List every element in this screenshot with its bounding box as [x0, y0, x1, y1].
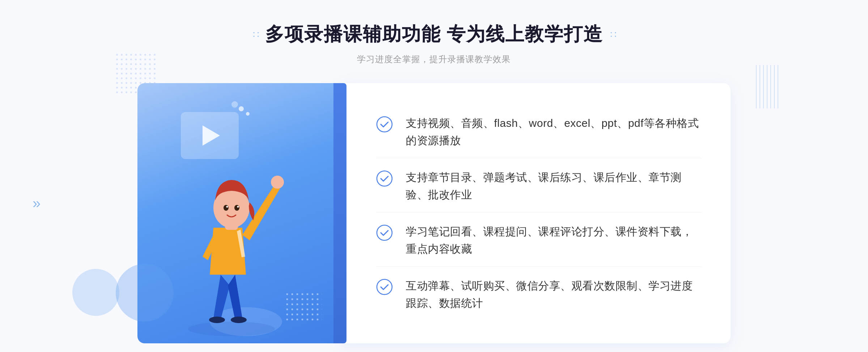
svg-point-14 — [377, 171, 392, 186]
svg-point-12 — [237, 206, 239, 208]
svg-rect-22 — [756, 65, 781, 108]
svg-point-3 — [209, 317, 225, 323]
svg-rect-6 — [276, 176, 279, 184]
deco-dots-right: ∷ — [610, 29, 615, 40]
stripe-rect-deco — [756, 65, 781, 108]
page-title: 多项录播课辅助功能 专为线上教学打造 — [265, 22, 603, 47]
sparkle-1 — [239, 106, 244, 111]
svg-point-10 — [234, 205, 239, 211]
svg-point-9 — [224, 205, 229, 211]
svg-point-15 — [377, 225, 392, 240]
feature-item-1: 支持视频、音频、flash、word、excel、ppt、pdf等各种格式的资源… — [376, 106, 702, 158]
feature-text-1: 支持视频、音频、flash、word、excel、ppt、pdf等各种格式的资源… — [406, 115, 702, 149]
feature-text-3: 学习笔记回看、课程提问、课程评论打分、课件资料下载，重点内容收藏 — [406, 223, 702, 258]
blue-strip-deco — [333, 83, 346, 343]
sparkle-2 — [246, 112, 250, 116]
header: ∷ 多项录播课辅助功能 专为线上教学打造 ∷ 学习进度全掌握，提升录播课教学效果 — [253, 22, 615, 65]
svg-point-4 — [231, 317, 247, 323]
features-card: 支持视频、音频、flash、word、excel、ppt、pdf等各种格式的资源… — [340, 83, 731, 343]
page-container: ∷ 多项录播课辅助功能 专为线上教学打造 ∷ 学习进度全掌握，提升录播课教学效果 — [0, 0, 868, 352]
deco-dots-left: ∷ — [253, 29, 258, 40]
check-icon-1 — [376, 116, 393, 133]
sparkle-3 — [231, 101, 238, 108]
feature-item-4: 互动弹幕、试听购买、微信分享、观看次数限制、学习进度跟踪、数据统计 — [376, 269, 702, 321]
chevron-left-deco: » — [33, 195, 38, 211]
feature-item-3: 学习笔记回看、课程提问、课程评论打分、课件资料下载，重点内容收藏 — [376, 214, 702, 267]
svg-point-16 — [377, 279, 392, 295]
feature-text-4: 互动弹幕、试听购买、微信分享、观看次数限制、学习进度跟踪、数据统计 — [406, 277, 702, 312]
check-icon-3 — [376, 224, 393, 241]
feature-text-2: 支持章节目录、弹题考试、课后练习、课后作业、章节测验、批改作业 — [406, 169, 702, 203]
deco-circle-blue — [72, 269, 119, 316]
svg-point-11 — [226, 206, 228, 208]
illustration-card — [137, 83, 340, 343]
svg-point-2 — [188, 322, 275, 336]
feature-item-2: 支持章节目录、弹题考试、课后练习、课后作业、章节测验、批改作业 — [376, 160, 702, 213]
header-title-row: ∷ 多项录播课辅助功能 专为线上教学打造 ∷ — [253, 22, 615, 47]
human-figure-illustration — [159, 141, 311, 343]
content-area: 支持视频、音频、flash、word、excel、ppt、pdf等各种格式的资源… — [137, 83, 731, 343]
check-icon-4 — [376, 279, 393, 295]
check-icon-2 — [376, 170, 393, 187]
page-subtitle: 学习进度全掌握，提升录播课教学效果 — [253, 53, 615, 65]
svg-point-13 — [377, 117, 392, 132]
